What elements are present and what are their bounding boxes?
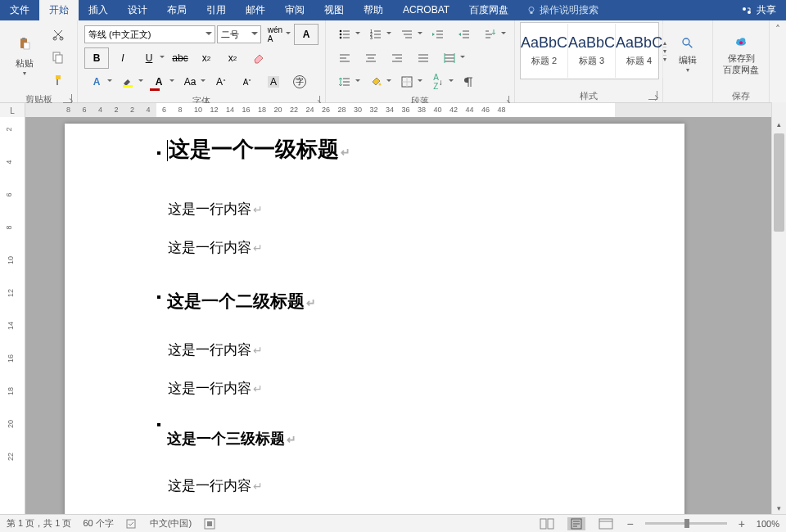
save-label2: 百度网盘 (723, 65, 759, 74)
heading2[interactable]: 这是一个二级标题↵ (167, 290, 635, 313)
paste-button[interactable]: 粘贴 ▾ (5, 22, 44, 84)
style-heading4[interactable]: AaBbC标题 4 (616, 24, 663, 78)
svg-rect-30 (548, 519, 553, 529)
decrease-indent-button[interactable] (426, 24, 450, 45)
macro-icon[interactable] (203, 517, 216, 530)
zoom-level[interactable]: 100% (757, 519, 779, 529)
status-page[interactable]: 第 1 页，共 1 页 (7, 517, 71, 530)
font-name-select[interactable]: 等线 (中文正文) (84, 25, 215, 43)
tab-insert[interactable]: 插入 (79, 0, 118, 20)
heading3[interactable]: 这是一个三级标题↵ (167, 429, 635, 449)
tab-help[interactable]: 帮助 (354, 0, 393, 20)
zoom-out-button[interactable]: − (626, 517, 633, 530)
save-to-baidu-button[interactable]: 保存到 百度网盘 (718, 22, 764, 84)
bullets-button[interactable] (332, 24, 362, 45)
tab-references[interactable]: 引用 (196, 0, 236, 20)
document-scroll[interactable]: 这是一个一级标题↵ 这是一行内容↵ 这是一行内容↵ 这是一个二级标题↵ 这是一行… (25, 117, 786, 515)
char-shading-button[interactable]: A (261, 71, 286, 92)
tab-layout[interactable]: 布局 (157, 0, 196, 20)
group-save: 保存到 百度网盘 保存 (713, 20, 770, 102)
heading1[interactable]: 这是一个一级标题↵ (167, 135, 635, 164)
text-effects-button[interactable]: A (84, 71, 114, 92)
zoom-in-button[interactable]: + (739, 517, 745, 530)
increase-indent-button[interactable] (452, 24, 477, 45)
change-case-button[interactable]: Aa (178, 71, 207, 92)
vertical-scrollbar[interactable]: ▴ ▾ (771, 117, 786, 515)
tab-mail[interactable]: 邮件 (236, 0, 275, 20)
tab-review[interactable]: 审阅 (275, 0, 314, 20)
status-lang[interactable]: 中文(中国) (150, 517, 192, 530)
cut-button[interactable] (46, 24, 70, 45)
superscript-button[interactable]: x2 (220, 47, 245, 69)
bold-button[interactable]: B (84, 47, 109, 69)
underline-button[interactable]: U (137, 47, 166, 69)
copy-button[interactable] (46, 47, 70, 68)
cloud-icon (731, 32, 751, 52)
strike-button[interactable]: abc (168, 47, 192, 69)
outline-dot-icon (157, 423, 160, 426)
shading-button[interactable] (364, 71, 393, 92)
body-text[interactable]: 这是一行内容↵ (168, 200, 635, 219)
clear-format-button[interactable] (246, 47, 271, 69)
line-spacing-button[interactable] (332, 71, 362, 92)
show-marks-button[interactable] (457, 71, 481, 92)
tab-acrobat[interactable]: ACROBAT (393, 0, 459, 20)
subscript-button[interactable]: x2 (194, 47, 219, 69)
body-text[interactable]: 这是一行内容↵ (168, 476, 635, 495)
scroll-up-button[interactable]: ▴ (772, 117, 786, 131)
scroll-thumb[interactable] (774, 133, 784, 232)
tab-file[interactable]: 文件 (0, 0, 39, 20)
zoom-slider-handle[interactable] (684, 519, 689, 528)
editing-button[interactable]: 编辑 ▾ (668, 22, 707, 84)
distribute-button[interactable] (437, 47, 467, 69)
highlight-button[interactable] (115, 71, 145, 92)
body-text[interactable]: 这是一行内容↵ (168, 379, 635, 398)
tell-me-label: 操作说明搜索 (540, 3, 599, 17)
zoom-slider[interactable] (645, 522, 727, 525)
body-text[interactable]: 这是一行内容↵ (168, 238, 635, 257)
font-color-button[interactable]: A (147, 71, 176, 92)
scroll-down-button[interactable]: ▾ (772, 501, 786, 515)
font-size-select[interactable]: 二号 (217, 25, 261, 43)
clipboard-dialog-launcher[interactable] (63, 94, 72, 103)
group-styles: AaBbC标题 2 AaBbC标题 3 AaBbC标题 4 ▴▾▾ 样式 (515, 20, 663, 102)
tab-view[interactable]: 视图 (314, 0, 354, 20)
shrink-font-button[interactable]: A˅ (235, 71, 260, 92)
style-heading2[interactable]: AaBbC标题 2 (521, 24, 568, 78)
svg-rect-28 (207, 521, 212, 526)
share-button[interactable]: 共享 (730, 3, 786, 17)
collapse-ribbon-button[interactable]: ˄ (770, 20, 786, 102)
char-border-button[interactable]: A (294, 24, 318, 45)
justify-button[interactable] (411, 47, 436, 69)
multilevel-button[interactable] (395, 24, 424, 45)
tab-home[interactable]: 开始 (39, 0, 79, 20)
styles-dialog-launcher[interactable] (648, 91, 657, 100)
ruler-vertical[interactable]: 246810121416182022 (0, 117, 25, 515)
cut-icon (52, 28, 65, 41)
style-gallery[interactable]: AaBbC标题 2 AaBbC标题 3 AaBbC标题 4 ▴▾▾ (520, 22, 659, 79)
italic-button[interactable]: I (111, 47, 135, 69)
view-web-button[interactable] (597, 517, 615, 530)
align-left-button[interactable] (332, 47, 357, 69)
spellcheck-icon[interactable] (125, 517, 138, 530)
body-text[interactable]: 这是一行内容↵ (168, 340, 635, 359)
split-handle[interactable] (771, 102, 786, 118)
tell-me[interactable]: 操作说明搜索 (518, 3, 607, 17)
view-read-button[interactable] (538, 517, 556, 530)
format-painter-button[interactable] (46, 70, 70, 91)
tab-design[interactable]: 设计 (118, 0, 157, 20)
sort-button[interactable]: AZ↓ (426, 71, 455, 92)
align-right-button[interactable] (385, 47, 409, 69)
grow-font-button[interactable]: A˄ (209, 71, 233, 92)
numbering-button[interactable]: 123 (364, 24, 393, 45)
ruler-corner[interactable]: L (0, 103, 25, 118)
borders-button[interactable] (395, 71, 424, 92)
phonetic-guide-button[interactable]: wénA (263, 24, 292, 45)
status-words[interactable]: 60 个字 (83, 517, 113, 530)
align-center-button[interactable] (359, 47, 383, 69)
style-heading3[interactable]: AaBbC标题 3 (568, 24, 616, 78)
view-print-button[interactable] (567, 517, 585, 530)
left-to-right-button[interactable] (478, 24, 508, 45)
tab-baidu[interactable]: 百度网盘 (459, 0, 518, 20)
enclose-char-button[interactable]: 字 (287, 71, 312, 92)
